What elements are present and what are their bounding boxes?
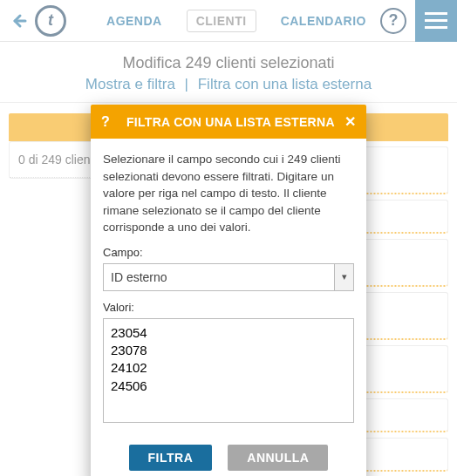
dialog-title: FILTRA CON UNA LISTA ESTERNA <box>124 115 344 129</box>
field-label-campo: Campo: <box>103 245 354 262</box>
dialog-close-button[interactable]: ✕ <box>344 113 356 130</box>
chevron-down-icon: ▾ <box>342 270 347 284</box>
dialog-message: Selezionare il campo secondo cui i 249 c… <box>103 151 354 236</box>
values-textarea[interactable] <box>103 318 354 423</box>
dialog-actions: FILTRA ANNULLA <box>91 436 366 476</box>
dialog-body: Selezionare il campo secondo cui i 249 c… <box>91 139 366 436</box>
cancel-button[interactable]: ANNULLA <box>228 445 328 471</box>
field-select-value[interactable]: ID esterno <box>103 263 335 291</box>
dialog-help-icon[interactable]: ? <box>101 114 110 130</box>
field-select[interactable]: ID esterno ▾ <box>103 263 354 291</box>
field-select-toggle[interactable]: ▾ <box>335 263 354 291</box>
dialog-header: ? FILTRA CON UNA LISTA ESTERNA ✕ <box>91 105 366 139</box>
filter-dialog: ? FILTRA CON UNA LISTA ESTERNA ✕ Selezio… <box>91 105 366 476</box>
filter-button[interactable]: FILTRA <box>129 445 213 471</box>
field-label-valori: Valori: <box>103 300 354 316</box>
